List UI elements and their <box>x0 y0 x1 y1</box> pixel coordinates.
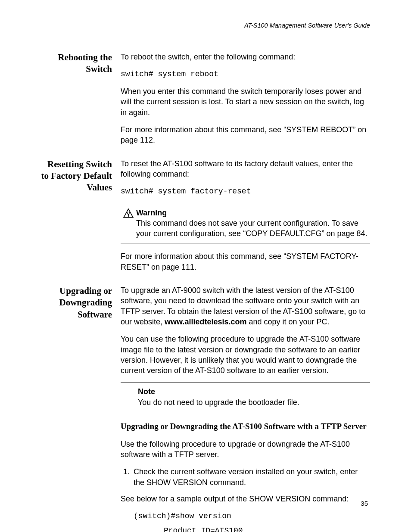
warning-label: Warning <box>136 208 370 218</box>
text-reboot-note: When you enter this command the switch t… <box>121 86 370 118</box>
procedure-list: Check the current software version insta… <box>121 467 370 488</box>
text-upgrade-usage: You can use the following procedure to u… <box>121 334 370 376</box>
subheading-tftp: Upgrading or Downgrading the AT-S100 Sof… <box>121 421 370 432</box>
step-1-extra: See below for a sample output of the SHO… <box>121 494 370 504</box>
warning-text: This command does not save your current … <box>136 218 370 239</box>
code-show-version: (switch)#show version <box>134 511 370 521</box>
text-website-url: www.alliedtelesis.com <box>165 317 246 326</box>
section-upgrading: Upgrading or Downgrading Software To upg… <box>41 285 370 532</box>
text-tftp-intro: Use the following procedure to upgrade o… <box>121 439 370 460</box>
heading-upgrading: Upgrading or Downgrading Software <box>41 285 112 320</box>
note-callout: Note You do not need to upgrade the boot… <box>121 383 370 412</box>
warning-callout: Warning This command does not save your … <box>121 204 370 244</box>
text-upgrade-intro: To upgrade an AT-9000 switch with the la… <box>121 285 370 327</box>
section-resetting: Resetting Switch to Factory Default Valu… <box>41 159 370 279</box>
text-reboot-xref: For more information about this command,… <box>121 124 370 146</box>
text-reset-xref: For more information about this command,… <box>121 251 370 272</box>
running-header: AT-S100 Management Software User's Guide <box>41 22 370 30</box>
heading-resetting: Resetting Switch to Factory Default Valu… <box>41 159 112 194</box>
step-1-text: Check the current software version insta… <box>134 467 358 486</box>
note-text: You do not need to upgrade the bootloade… <box>138 397 370 408</box>
step-1: Check the current software version insta… <box>132 467 370 488</box>
code-show-version-output: Product ID=ATS100 <box>164 526 370 532</box>
text-reset-intro: To reset the AT-S100 software to its fac… <box>121 159 370 180</box>
note-label: Note <box>138 386 370 397</box>
warning-icon <box>121 208 136 218</box>
text-upgrade-intro-b: and copy it on your PC. <box>246 317 329 326</box>
code-reset-command: switch# system factory-reset <box>121 186 370 196</box>
code-reboot-command: switch# system reboot <box>121 69 370 79</box>
heading-rebooting: Rebooting the Switch <box>41 52 112 75</box>
section-rebooting: Rebooting the Switch To reboot the switc… <box>41 52 370 152</box>
page-number: 35 <box>361 499 368 508</box>
text-reboot-intro: To reboot the switch, enter the followin… <box>121 52 370 62</box>
